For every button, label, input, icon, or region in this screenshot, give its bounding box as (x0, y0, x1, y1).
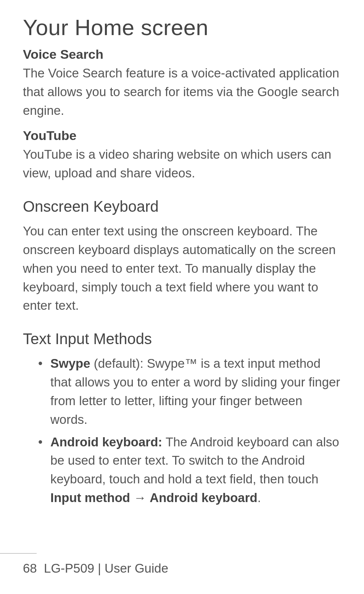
page-title: Your Home screen (23, 14, 341, 40)
page-number: 68 (23, 561, 37, 575)
android-bold-2: Android keyboard (150, 491, 257, 505)
android-bold-1: Input method (50, 491, 130, 505)
footer-text: 68 LG-P509 | User Guide (0, 561, 364, 576)
onscreen-keyboard-body: You can enter text using the onscreen ke… (23, 222, 341, 315)
list-item: Android keyboard: The Android keyboard c… (50, 433, 341, 507)
section-onscreen-keyboard: Onscreen Keyboard You can enter text usi… (23, 198, 341, 315)
arrow-icon: → (130, 491, 150, 505)
onscreen-keyboard-heading: Onscreen Keyboard (23, 198, 341, 215)
document-page: Your Home screen Voice Search The Voice … (0, 0, 364, 594)
voice-search-heading: Voice Search (23, 47, 341, 62)
android-label: Android keyboard: (50, 435, 162, 449)
youtube-heading: YouTube (23, 128, 341, 143)
swype-text: (default): Swype™ is a text input method… (50, 356, 340, 426)
android-end: . (258, 491, 261, 505)
swype-label: Swype (50, 356, 90, 370)
section-voice-search: Voice Search The Voice Search feature is… (23, 47, 341, 120)
page-footer: 68 LG-P509 | User Guide (0, 553, 364, 576)
footer-rule (0, 553, 37, 554)
text-input-methods-heading: Text Input Methods (23, 330, 341, 348)
section-youtube: YouTube YouTube is a video sharing websi… (23, 128, 341, 183)
footer-model: LG-P509 (44, 561, 94, 575)
list-item: Swype (default): Swype™ is a text input … (50, 354, 341, 429)
section-text-input-methods: Text Input Methods Swype (default): Swyp… (23, 330, 341, 507)
footer-separator: | (94, 561, 105, 575)
footer-label: User Guide (105, 561, 168, 575)
text-input-methods-list: Swype (default): Swype™ is a text input … (23, 354, 341, 507)
voice-search-body: The Voice Search feature is a voice-acti… (23, 64, 341, 120)
youtube-body: YouTube is a video sharing website on wh… (23, 145, 341, 183)
